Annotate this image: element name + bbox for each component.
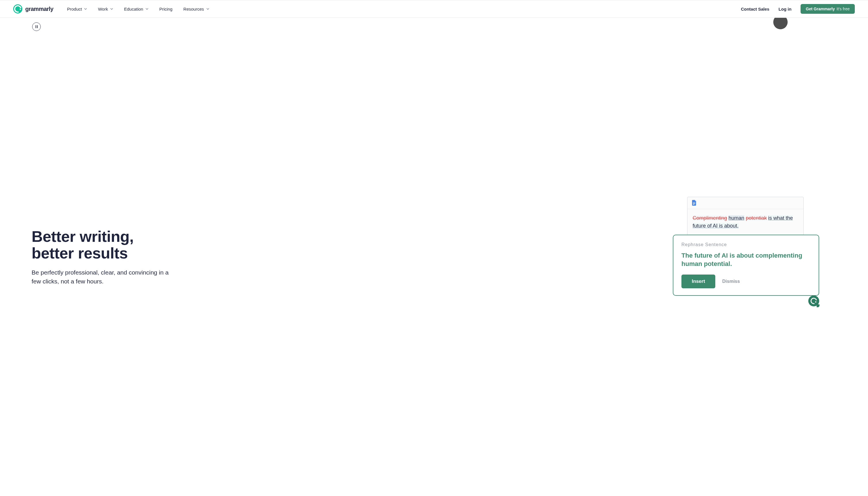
grammarly-floating-badge[interactable] [808, 295, 819, 306]
chevron-down-icon [84, 7, 87, 10]
nav-education[interactable]: Education [124, 6, 148, 12]
svg-rect-1 [693, 203, 695, 204]
document-icon [692, 200, 697, 206]
hero-demo-column: Complimenting human potentiak is what th… [429, 197, 836, 317]
logo[interactable]: grammarly [13, 4, 54, 14]
grammarly-logo-icon [13, 4, 22, 14]
site-header: grammarly Product Work Education Pricing… [0, 0, 868, 18]
hero-subtitle: Be perfectly professional, clear, and co… [32, 268, 169, 286]
chevron-down-icon [110, 7, 113, 10]
primary-nav: Product Work Education Pricing Resources [67, 6, 741, 12]
editor-preview-card: Complimenting human potentiak is what th… [687, 197, 804, 237]
nav-resources[interactable]: Resources [183, 6, 209, 12]
editor-word-human: human [729, 215, 744, 221]
suggestion-actions: Insert Dismiss [682, 275, 811, 288]
hero-title-line2: better results [32, 244, 128, 262]
secondary-nav: Contact Sales Log in Get Grammarly It's … [741, 4, 855, 14]
nav-education-label: Education [124, 6, 143, 12]
svg-rect-0 [693, 203, 695, 203]
chevron-down-icon [207, 7, 209, 10]
nav-pricing[interactable]: Pricing [159, 6, 172, 12]
login-link[interactable]: Log in [778, 6, 791, 12]
cta-sub-text: It's free [837, 6, 850, 11]
strike-word-1: Complimenting [692, 215, 727, 221]
svg-rect-2 [693, 204, 694, 205]
logo-text: grammarly [25, 6, 54, 12]
get-grammarly-button[interactable]: Get Grammarly It's free [801, 4, 855, 14]
grammarly-g-icon [809, 296, 818, 305]
hero-title-line1: Better writing, [32, 228, 134, 245]
editor-header [687, 197, 803, 209]
hero-title: Better writing, better results [32, 228, 418, 262]
editor-text: Complimenting human potentiak is what th… [687, 209, 803, 237]
nav-work-label: Work [98, 6, 108, 12]
contact-sales-link[interactable]: Contact Sales [741, 6, 769, 12]
nav-work[interactable]: Work [98, 6, 113, 12]
hero-text-column: Better writing, better results Be perfec… [32, 228, 418, 286]
strike-word-2: potentiak [746, 215, 767, 221]
nav-product[interactable]: Product [67, 6, 87, 12]
nav-product-label: Product [67, 6, 82, 12]
insert-button[interactable]: Insert [682, 275, 715, 288]
chevron-down-icon [146, 7, 148, 10]
nav-pricing-label: Pricing [159, 6, 172, 12]
hero-section: Better writing, better results Be perfec… [0, 18, 868, 496]
suggestion-card: Rephrase Sentence The future of AI is ab… [673, 235, 819, 296]
hero-content: Better writing, better results Be perfec… [32, 18, 836, 496]
suggestion-text: The future of AI is about complementing … [682, 251, 811, 268]
nav-resources-label: Resources [183, 6, 204, 12]
dismiss-button[interactable]: Dismiss [722, 279, 740, 284]
cta-main-text: Get Grammarly [806, 6, 835, 11]
suggestion-label: Rephrase Sentence [682, 242, 811, 247]
pause-button[interactable] [32, 22, 41, 31]
